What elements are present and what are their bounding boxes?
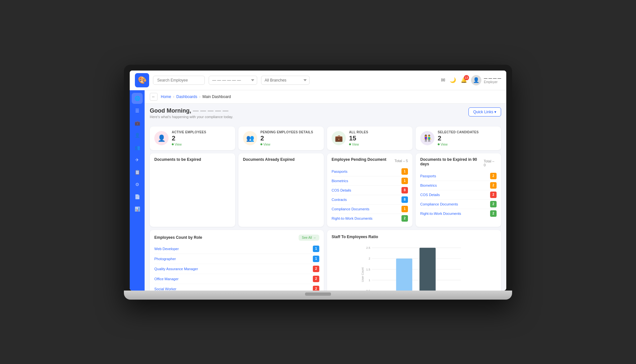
sidebar-item-user[interactable]: 👤 — [132, 130, 143, 141]
user-role: Employer — [484, 80, 501, 84]
doc-link[interactable]: COS Details — [420, 193, 440, 197]
role-name[interactable]: Web Developer — [154, 247, 179, 251]
theme-icon[interactable]: 🌙 — [450, 77, 456, 83]
user-area[interactable]: 👤 — — — — Employer — [471, 75, 501, 85]
breadcrumb-home[interactable]: Home — [161, 94, 171, 99]
stat-icon: 👤 — [154, 131, 169, 145]
topbar: 🎨 — — — — — — All Branches ✉ 🌙 🔔 13 — [130, 71, 506, 90]
role-name[interactable]: Quality Assurance Manager — [154, 267, 198, 271]
chart-svg: 0 0.5 1 1.5 2 2.5 User Count — [332, 242, 497, 291]
see-all-button[interactable]: See All → — [299, 235, 319, 241]
sidebar-item-users[interactable]: 👥 — [132, 142, 143, 153]
role-badge: 2 — [313, 266, 319, 272]
doc-link[interactable]: Passports — [420, 174, 436, 178]
sidebar: 🌐 ☰ 💼 👤 👥 ✈ 📋 ⚙ 📄 📊 — [130, 90, 145, 291]
doc-badge: 2 — [401, 215, 408, 222]
doc-item: Passports 2 — [420, 171, 497, 181]
doc-item: Compliance Documents 2 — [420, 200, 497, 209]
svg-text:2: 2 — [369, 257, 370, 260]
doc-badge: 2 — [490, 201, 497, 207]
doc-link[interactable]: Compliance Documents — [332, 207, 369, 211]
docs-already-expired-title: Documents Already Expired — [243, 157, 319, 162]
stat-card: 👤 ACTIVE EMPLOYEES 2 View — [150, 127, 235, 150]
doc-badge: 1 — [401, 178, 408, 184]
breadcrumb: ← Home › Dashboards › Main Dashboard — [145, 90, 506, 104]
docs-to-expire-title: Documents to be Expired — [154, 157, 231, 162]
role-badge: 1 — [313, 256, 319, 262]
topbar-icons: ✉ 🌙 🔔 13 — [441, 77, 467, 83]
svg-text:User Count: User Count — [361, 267, 364, 282]
stat-value: 2 — [260, 135, 319, 142]
sidebar-item-documents[interactable]: 📄 — [132, 191, 143, 202]
doc-link[interactable]: Biometrics — [420, 183, 437, 187]
notification-badge: 13 — [464, 75, 469, 80]
doc-badge: 8 — [401, 187, 408, 193]
sidebar-item-travel[interactable]: ✈ — [132, 154, 143, 165]
role-name[interactable]: Social Worker — [154, 287, 176, 291]
doc-item: Right-to-Work Documents 2 — [332, 214, 408, 223]
role-item: Office Manager 2 — [154, 274, 319, 284]
stat-icon: 💼 — [332, 131, 346, 145]
doc-item: Compliance Documents 1 — [332, 204, 408, 214]
svg-rect-14 — [420, 248, 436, 290]
sidebar-item-briefcase[interactable]: 💼 — [132, 117, 143, 128]
doc-badge: 1 — [401, 206, 408, 212]
department-dropdown[interactable]: — — — — — — — [209, 76, 257, 85]
doc-item: Biometrics 2 — [420, 181, 497, 190]
doc-badge: 1 — [401, 168, 408, 175]
docs-to-expire-panel: Documents to be Expired — [150, 153, 235, 227]
sidebar-item-dashboard[interactable]: 🌐 — [132, 93, 143, 104]
stat-view-link[interactable]: View — [260, 143, 319, 146]
sidebar-item-settings[interactable]: ⚙ — [132, 179, 143, 190]
branch-dropdown[interactable]: All Branches — [261, 76, 310, 85]
search-input[interactable] — [153, 76, 205, 85]
role-name[interactable]: Photographer — [154, 257, 176, 261]
chart-panel: Staff To Employees Ratio 0 0.5 1 1.5 2 — [327, 230, 501, 291]
third-row: Employees Count by Role See All → Web De… — [150, 230, 501, 291]
svg-text:2.5: 2.5 — [366, 246, 370, 249]
doc-badge: 2 — [490, 173, 497, 179]
stat-view-link[interactable]: View — [438, 143, 497, 146]
role-item: Web Developer 1 — [154, 244, 319, 254]
mail-icon[interactable]: ✉ — [441, 77, 445, 83]
doc-link[interactable]: Right-to-Work Documents — [420, 212, 461, 215]
stat-value: 15 — [349, 135, 408, 142]
doc-link[interactable]: Contracts — [332, 198, 347, 202]
svg-text:1: 1 — [369, 279, 370, 282]
stat-value: 2 — [438, 135, 497, 142]
greeting-subtitle: Here's what's happening with your compli… — [150, 115, 233, 119]
doc-link[interactable]: Right-to-Work Documents — [332, 216, 372, 220]
avatar: 👤 — [471, 75, 481, 85]
quick-links-button[interactable]: Quick Links ▾ — [468, 107, 501, 116]
stats-row: 👤 ACTIVE EMPLOYEES 2 View 👥 PENDING EMPL… — [150, 127, 501, 150]
svg-text:0.5: 0.5 — [366, 289, 370, 291]
stat-label: ALL ROLES — [349, 130, 408, 134]
doc-link[interactable]: Passports — [332, 170, 347, 173]
role-name[interactable]: Office Manager — [154, 277, 179, 281]
page-header: Good Morning, — — — — — Here's what's ha… — [150, 107, 501, 123]
employee-pending-total: Total – 5 — [394, 159, 408, 163]
sidebar-item-analytics[interactable]: 📊 — [132, 204, 143, 215]
employees-by-role-title: Employees Count by Role — [154, 235, 202, 240]
back-button[interactable]: ← — [150, 93, 158, 101]
role-badge: 2 — [313, 276, 319, 282]
breadcrumb-dashboards[interactable]: Dashboards — [176, 94, 197, 99]
stat-icon: 👫 — [420, 131, 434, 145]
sidebar-item-reports[interactable]: 📋 — [132, 167, 143, 178]
doc-link[interactable]: COS Details — [332, 188, 351, 192]
doc-item: Right-to-Work Documents 2 — [420, 209, 497, 218]
doc-item: Passports 1 — [332, 167, 408, 176]
doc-link[interactable]: Compliance Documents — [420, 202, 458, 206]
doc-link[interactable]: Biometrics — [332, 179, 348, 183]
doc-badge: 2 — [490, 192, 497, 198]
docs-already-expired-panel: Documents Already Expired — [238, 153, 324, 227]
chart-area: 0 0.5 1 1.5 2 2.5 User Count — [332, 242, 497, 291]
role-item: Photographer 1 — [154, 254, 319, 264]
stat-view-link[interactable]: View — [349, 143, 408, 146]
sidebar-item-list[interactable]: ☰ — [132, 105, 143, 116]
notification-icon[interactable]: 🔔 13 — [461, 77, 467, 83]
doc-item: COS Details 2 — [420, 190, 497, 200]
stat-view-link[interactable]: View — [172, 143, 231, 146]
doc-badge: 2 — [490, 182, 497, 189]
role-item: Quality Assurance Manager 2 — [154, 264, 319, 274]
